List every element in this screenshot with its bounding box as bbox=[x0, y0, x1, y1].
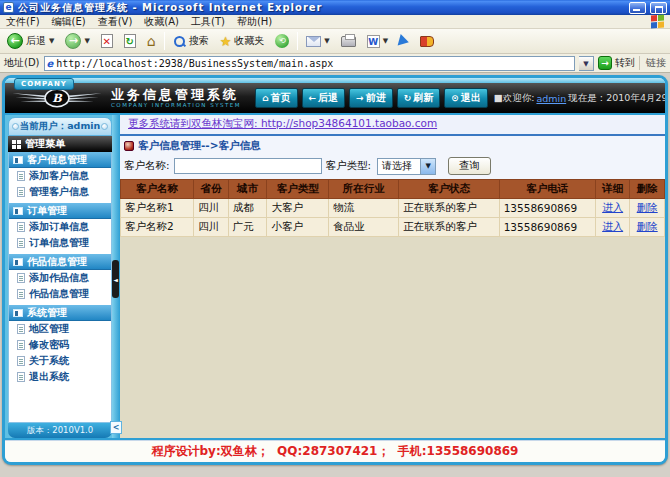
menu-help[interactable]: 帮助(H) bbox=[237, 15, 272, 29]
cell-province: 四川 bbox=[194, 199, 229, 218]
favorites-button[interactable]: ★ 收藏夹 bbox=[217, 33, 268, 49]
breadcrumb-icon bbox=[124, 141, 134, 151]
messenger-button[interactable] bbox=[396, 34, 412, 48]
document-icon bbox=[17, 356, 25, 366]
sidebar-item-add-work[interactable]: 添加作品信息 bbox=[9, 270, 111, 286]
query-button[interactable]: 查询 bbox=[448, 157, 491, 175]
ie-toolbar: ← 后退 ▼ → ▼ ✕ ↻ ⌂ 搜索 ★ 收藏夹 ⟲ ▼ W▼ bbox=[0, 29, 670, 54]
go-arrow-icon: → bbox=[598, 56, 612, 70]
nav-logout-icon: ⊙ bbox=[451, 93, 459, 103]
customer-type-select[interactable]: 请选择 ▼ bbox=[377, 158, 436, 175]
section-icon bbox=[13, 309, 23, 317]
document-icon bbox=[17, 289, 25, 299]
menu-tools[interactable]: 工具(T) bbox=[191, 15, 225, 29]
menu-view[interactable]: 查看(V) bbox=[98, 15, 133, 29]
stop-icon: ✕ bbox=[101, 34, 113, 48]
cell-phone: 13558690869 bbox=[499, 218, 595, 237]
links-label[interactable]: 链接 bbox=[639, 56, 666, 70]
collapse-button[interactable]: < bbox=[110, 421, 122, 434]
nav-forward-button[interactable]: →前进 bbox=[349, 88, 393, 108]
windows-logo-icon bbox=[651, 15, 664, 29]
sidebar-item-about[interactable]: 关于系统 bbox=[9, 353, 111, 369]
cell-detail: 进入 bbox=[595, 218, 630, 237]
menu-bar: 文件(F) 编辑(E) 查看(V) 收藏(A) 工具(T) 帮助(H) bbox=[0, 15, 670, 29]
document-icon bbox=[17, 222, 25, 232]
cell-detail: 进入 bbox=[595, 199, 630, 218]
go-button[interactable]: → 转到 bbox=[598, 56, 635, 70]
window-titlebar: e 公司业务信息管理系统 - Microsoft Internet Explor… bbox=[0, 0, 670, 15]
customer-name-input[interactable] bbox=[174, 158, 322, 174]
menu-file[interactable]: 文件(F) bbox=[6, 15, 40, 29]
menu-edit[interactable]: 编辑(E) bbox=[52, 15, 86, 29]
sidebar-section-system[interactable]: 系统管理 bbox=[9, 305, 111, 321]
sidebar-section-works[interactable]: 作品信息管理 bbox=[9, 254, 111, 270]
forward-button[interactable]: → ▼ bbox=[62, 32, 92, 50]
delete-link[interactable]: 删除 bbox=[637, 220, 658, 232]
cell-industry: 食品业 bbox=[329, 218, 399, 237]
nav-forward-icon: → bbox=[356, 93, 364, 103]
research-button[interactable] bbox=[417, 35, 437, 48]
welcome-prefix: ■欢迎你: bbox=[494, 92, 535, 105]
minimize-button[interactable] bbox=[629, 2, 646, 14]
sidebar-item-password[interactable]: 修改密码 bbox=[9, 337, 111, 353]
main-content: 更多系统请到双鱼林淘宝网: http://shop34864101.taobao… bbox=[120, 115, 665, 438]
mail-button[interactable]: ▼ bbox=[303, 35, 332, 48]
cell-city: 广元 bbox=[228, 218, 267, 237]
print-button[interactable] bbox=[338, 35, 359, 48]
cell-name: 客户名称2 bbox=[121, 218, 194, 237]
delete-link[interactable]: 删除 bbox=[637, 201, 658, 213]
cell-delete: 删除 bbox=[630, 199, 665, 218]
menu-favorites[interactable]: 收藏(A) bbox=[144, 15, 179, 29]
nav-back-button[interactable]: ←后退 bbox=[302, 88, 346, 108]
stop-button[interactable]: ✕ bbox=[98, 33, 116, 49]
sidebar-menu: 客户信息管理 添加客户信息 管理客户信息 订单管理 添加订单信息 订单信息管理 … bbox=[8, 152, 112, 423]
nav-home-button[interactable]: ⌂首页 bbox=[255, 88, 297, 108]
customer-table: 客户名称 省份 城市 客户类型 所在行业 客户状态 客户电话 详细 删除 bbox=[120, 179, 665, 237]
document-icon bbox=[17, 171, 25, 181]
page-favicon: e bbox=[47, 58, 54, 69]
cell-status: 正在联系的客户 bbox=[399, 199, 499, 218]
address-bar: 地址(D) e ▼ → 转到 链接 bbox=[0, 54, 670, 73]
sidebar-item-exit[interactable]: 退出系统 bbox=[9, 369, 111, 385]
current-time: 现在是：2010年4月29日 15:12:57 bbox=[568, 92, 668, 105]
print-icon bbox=[341, 36, 356, 47]
address-dropdown-button[interactable]: ▼ bbox=[579, 56, 594, 71]
enter-link[interactable]: 进入 bbox=[602, 201, 623, 213]
collapse-handle[interactable]: ◄ bbox=[112, 260, 119, 298]
document-icon bbox=[17, 324, 25, 334]
breadcrumb-row: 客户信息管理-->客户信息 bbox=[120, 136, 665, 154]
window-title: 公司业务信息管理系统 - Microsoft Internet Explorer bbox=[18, 1, 625, 15]
sidebar-item-manage-work[interactable]: 作品信息管理 bbox=[9, 286, 111, 302]
sidebar-section-customer[interactable]: 客户信息管理 bbox=[9, 152, 111, 168]
sidebar-item-add-order[interactable]: 添加订单信息 bbox=[9, 219, 111, 235]
sidebar-item-manage-order[interactable]: 订单信息管理 bbox=[9, 235, 111, 251]
site-frame: COMPANY B 业务信息管理系统 COMPANY INFORMATION S… bbox=[2, 75, 668, 465]
back-icon: ← bbox=[7, 33, 23, 49]
restore-button[interactable] bbox=[650, 2, 667, 14]
sidebar-section-order[interactable]: 订单管理 bbox=[9, 203, 111, 219]
enter-link[interactable]: 进入 bbox=[602, 220, 623, 232]
sidebar-item-add-customer[interactable]: 添加客户信息 bbox=[9, 168, 111, 184]
sidebar-item-region[interactable]: 地区管理 bbox=[9, 321, 111, 337]
svg-text:B: B bbox=[52, 91, 63, 105]
select-dropdown-icon: ▼ bbox=[420, 159, 435, 174]
back-button[interactable]: ← 后退 ▼ bbox=[4, 32, 57, 50]
table-row: 客户名称2 四川 广元 小客户 食品业 正在联系的客户 13558690869 … bbox=[121, 218, 665, 237]
nav-logout-button[interactable]: ⊙退出 bbox=[444, 88, 488, 108]
taobao-promo-link[interactable]: 更多系统请到双鱼林淘宝网: http://shop34864101.taobao… bbox=[128, 117, 437, 129]
header-province: 省份 bbox=[194, 180, 229, 199]
home-button[interactable]: ⌂ bbox=[144, 33, 159, 49]
username-link[interactable]: admin bbox=[536, 93, 566, 104]
edit-word-button[interactable]: W▼ bbox=[364, 34, 391, 49]
history-button[interactable]: ⟲ bbox=[272, 33, 292, 49]
nav-refresh-button[interactable]: ↻刷新 bbox=[397, 88, 441, 108]
refresh-button[interactable]: ↻ bbox=[121, 33, 139, 49]
header-detail: 详细 bbox=[595, 180, 630, 199]
section-icon bbox=[13, 207, 23, 215]
address-input[interactable] bbox=[56, 58, 572, 69]
sidebar-splitter[interactable]: ◄ < bbox=[112, 115, 120, 438]
current-user-label: 当前用户：admin bbox=[20, 120, 101, 133]
menu-grid-icon bbox=[12, 140, 21, 149]
sidebar-item-manage-customer[interactable]: 管理客户信息 bbox=[9, 184, 111, 200]
search-button[interactable]: 搜索 bbox=[170, 33, 212, 49]
